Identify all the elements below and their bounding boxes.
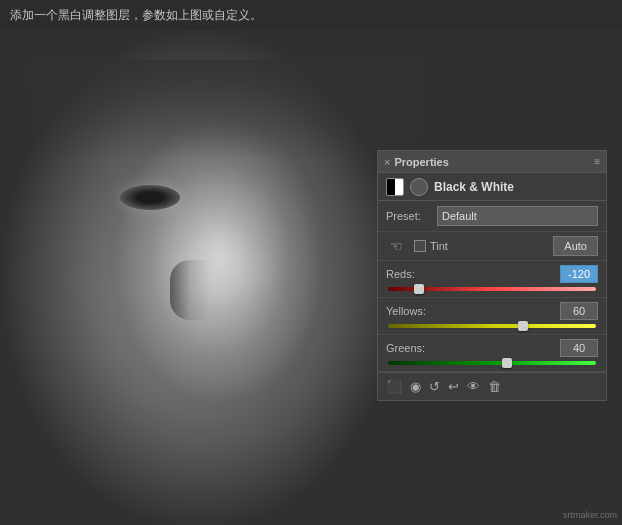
panel-menu-icon[interactable]: ≡ <box>594 156 600 167</box>
yellows-slider-row: Yellows: 60 <box>378 298 606 335</box>
panel-toolbar: ⬛ ◉ ↺ ↩ 👁 🗑 <box>378 372 606 400</box>
eye-visibility-icon[interactable]: ◉ <box>410 379 421 394</box>
reds-label: Reds: <box>386 268 415 280</box>
black-white-icon <box>386 178 404 196</box>
hand-tint-row: ☜ Tint Auto <box>378 232 606 261</box>
top-bar: 添加一个黑白调整图层，参数如上图或自定义。 <box>0 0 622 30</box>
eye-left <box>120 185 180 210</box>
bw-title: Black & White <box>434 180 514 194</box>
back-icon[interactable]: ↩ <box>448 379 459 394</box>
greens-slider-row: Greens: 40 <box>378 335 606 372</box>
reds-slider-row: Reds: -120 <box>378 261 606 298</box>
preset-row: Preset: Default <box>378 201 606 232</box>
reset-icon[interactable]: ↺ <box>429 379 440 394</box>
mask-icon[interactable]: ⬛ <box>386 379 402 394</box>
watermark: srtmaker.com <box>563 510 617 520</box>
greens-value[interactable]: 40 <box>560 339 598 357</box>
instruction-text: 添加一个黑白调整图层，参数如上图或自定义。 <box>10 7 262 24</box>
yellows-slider-top: Yellows: 60 <box>386 302 598 320</box>
auto-button[interactable]: Auto <box>553 236 598 256</box>
delete-icon[interactable]: 🗑 <box>488 379 501 394</box>
reds-thumb[interactable] <box>414 284 424 294</box>
reds-track[interactable] <box>388 287 596 291</box>
adjustment-icon <box>410 178 428 196</box>
hand-tool-icon[interactable]: ☜ <box>386 236 406 256</box>
tint-label: Tint <box>430 240 448 252</box>
forehead-shadow <box>30 60 422 160</box>
reds-value[interactable]: -120 <box>560 265 598 283</box>
yellows-thumb[interactable] <box>518 321 528 331</box>
close-icon[interactable]: × <box>384 156 390 168</box>
yellows-value[interactable]: 60 <box>560 302 598 320</box>
greens-track[interactable] <box>388 361 596 365</box>
visibility-eye-icon[interactable]: 👁 <box>467 379 480 394</box>
tint-checkbox[interactable] <box>414 240 426 252</box>
panel-title: Properties <box>394 156 448 168</box>
yellows-track[interactable] <box>388 324 596 328</box>
greens-slider-top: Greens: 40 <box>386 339 598 357</box>
preset-dropdown[interactable]: Default <box>437 206 598 226</box>
nose-shadow <box>170 260 210 320</box>
yellows-label: Yellows: <box>386 305 426 317</box>
reds-slider-top: Reds: -120 <box>386 265 598 283</box>
tint-checkbox-area: Tint <box>414 240 448 252</box>
panel-header: × Properties ≡ <box>378 151 606 173</box>
panel-subheader: Black & White <box>378 173 606 201</box>
properties-panel: × Properties ≡ Black & White Preset: Def… <box>377 150 607 401</box>
panel-header-left: × Properties <box>384 156 449 168</box>
preset-label: Preset: <box>386 210 431 222</box>
greens-label: Greens: <box>386 342 425 354</box>
greens-thumb[interactable] <box>502 358 512 368</box>
